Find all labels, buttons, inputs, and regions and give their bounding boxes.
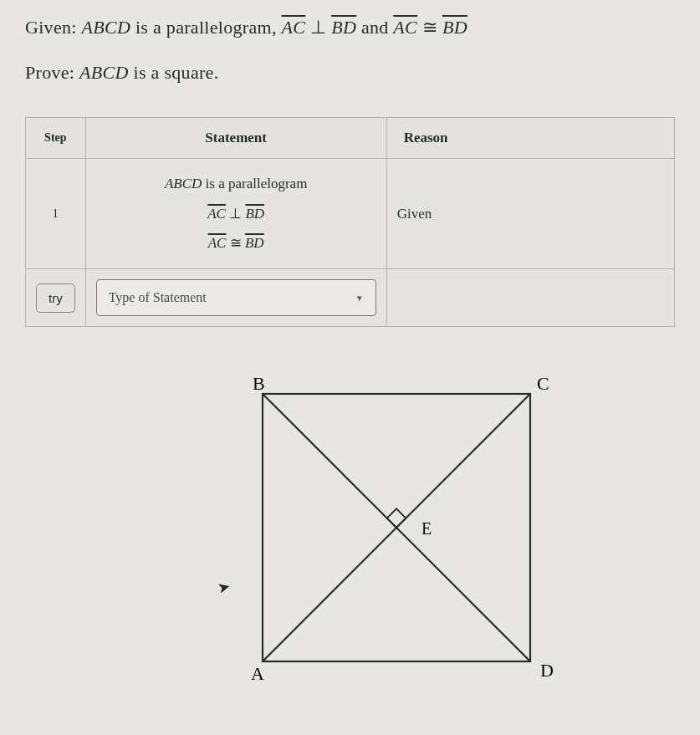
given-seg1: AC bbox=[282, 17, 306, 38]
stmt3-sym: ≅ bbox=[226, 235, 245, 251]
chevron-down-icon: ▼ bbox=[355, 293, 364, 303]
diagram-area: ➤ B C D A E bbox=[25, 369, 675, 703]
statement-type-dropdown[interactable]: Type of Statement ▼ bbox=[96, 279, 376, 316]
square-diagram: B C D A E bbox=[221, 369, 572, 703]
stmt3-b: BD bbox=[245, 235, 264, 251]
stmt2-a: AC bbox=[207, 206, 226, 222]
stmt1-subject: ABCD bbox=[165, 176, 202, 191]
reason-cell: Given bbox=[386, 159, 674, 269]
given-seg4: BD bbox=[442, 17, 468, 38]
label-B: B bbox=[253, 373, 265, 394]
given-line: Given: ABCD is a parallelogram, AC ⊥ BD … bbox=[25, 17, 675, 38]
prove-prefix: Prove: bbox=[25, 62, 79, 83]
prove-text: is a square. bbox=[129, 62, 219, 83]
given-seg2: BD bbox=[331, 17, 356, 38]
stmt2-sym: ⊥ bbox=[226, 206, 246, 222]
try-button[interactable]: try bbox=[36, 283, 75, 313]
label-E: E bbox=[422, 519, 432, 538]
svg-rect-3 bbox=[386, 508, 406, 528]
given-prefix: Given: bbox=[25, 17, 81, 38]
given-text1: is a parallelogram, bbox=[130, 17, 281, 38]
given-subject: ABCD bbox=[81, 17, 130, 38]
table-row: try Type of Statement ▼ bbox=[26, 269, 675, 327]
stmt2-b: BD bbox=[245, 206, 264, 222]
header-step: Step bbox=[26, 118, 86, 159]
reason-cell-empty bbox=[386, 269, 674, 327]
dropdown-placeholder: Type of Statement bbox=[109, 290, 207, 305]
prove-subject: ABCD bbox=[79, 62, 129, 83]
given-cong: ≅ bbox=[417, 17, 442, 38]
given-and: and bbox=[356, 17, 393, 38]
statement-cell: ABCD is a parallelogram AC ⊥ BD AC ≅ BD bbox=[85, 159, 386, 269]
step-number: 1 bbox=[26, 159, 86, 269]
given-perp: ⊥ bbox=[305, 17, 331, 38]
proof-table: Step Statement Reason 1 ABCD is a parall… bbox=[25, 117, 675, 327]
label-A: A bbox=[251, 663, 264, 684]
header-reason: Reason bbox=[386, 118, 674, 159]
table-row: 1 ABCD is a parallelogram AC ⊥ BD AC ≅ B… bbox=[26, 159, 675, 269]
label-C: C bbox=[537, 373, 549, 394]
stmt1-rest: is a parallelogram bbox=[202, 176, 307, 191]
given-seg3: AC bbox=[393, 17, 417, 38]
label-D: D bbox=[540, 660, 554, 681]
prove-line: Prove: ABCD is a square. bbox=[25, 62, 675, 84]
stmt3-a: AC bbox=[208, 235, 227, 251]
header-statement: Statement bbox=[85, 118, 386, 159]
